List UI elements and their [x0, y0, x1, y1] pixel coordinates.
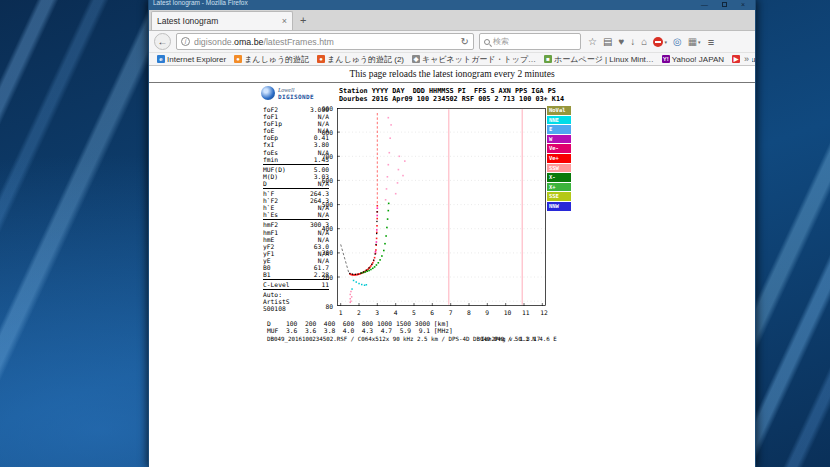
reload-icon[interactable]: ↻	[461, 36, 469, 47]
scaled-parameters-panel: foF23.000foF1N/AfoF1pN/AfoEN/AfoEp0.41fx…	[263, 106, 329, 315]
close-button[interactable]: ×	[741, 0, 745, 9]
sidebar-icon[interactable]: ▤	[603, 37, 612, 47]
bookmarks-bar: eInternet Explorer●まんしゅう的遊記●まんしゅう的遊記 (2)…	[149, 53, 755, 66]
search-icon	[484, 39, 490, 45]
x-tick-label: 2	[357, 309, 361, 316]
search-input[interactable]: 検索	[479, 33, 581, 50]
pocket-icon[interactable]: ♥	[618, 37, 624, 47]
parameter-label: fxI	[263, 141, 274, 148]
tab-latest-ionogram[interactable]: Latest Ionogram ×	[151, 11, 293, 30]
parameter-row: fxI3.80	[263, 141, 329, 148]
parameter-label: B0	[263, 264, 271, 271]
y-tick-label: 80	[311, 303, 333, 310]
toolbar-actions: ☆▤♥↓⌂▾◎▦▾	[588, 37, 701, 47]
parameter-value: N/A	[318, 113, 329, 120]
parameter-section: C-Level11	[263, 281, 329, 290]
minimize-button[interactable]: —	[701, 0, 708, 9]
parameter-label: h`Es	[263, 211, 278, 218]
bookmark-favicon: ◆	[412, 55, 420, 63]
bookmark-item[interactable]: ●まんしゅう的遊記	[230, 54, 313, 65]
y-tick-label: 900	[311, 105, 333, 112]
bookmark-item[interactable]: ●まんしゅう的遊記 (2)	[313, 54, 408, 65]
bookmark-label: Internet Explorer	[167, 55, 226, 64]
screen: Latest Ionogram - Mozilla Firefox — × La…	[0, 0, 830, 467]
navigation-toolbar: ← i digisonde.oma.be/latestFrames.htm ↻ …	[149, 31, 755, 53]
grid-addon-icon[interactable]: ▦▾	[688, 37, 701, 47]
search-placeholder: 検索	[493, 36, 509, 47]
x-tick-label: 8	[467, 309, 471, 316]
parameter-label: foF2	[263, 106, 278, 113]
addon-icon[interactable]: ◎	[673, 37, 682, 47]
parameter-label: B1	[263, 271, 271, 278]
parameter-label: hmF2	[263, 221, 278, 228]
parameter-row: foF1N/A	[263, 113, 329, 120]
x-tick-label: 5	[412, 309, 416, 316]
parameter-label: Auto:	[263, 291, 282, 298]
menu-icon[interactable]: ≡	[708, 36, 714, 48]
y-tick-label: 600	[311, 177, 333, 184]
plot-area	[337, 108, 546, 306]
legend-entry-e: E	[547, 125, 571, 134]
home-icon[interactable]: ⌂	[641, 37, 647, 47]
bookmark-favicon: e	[157, 55, 165, 63]
new-tab-button[interactable]: +	[293, 11, 313, 30]
parameter-value: N/A	[318, 236, 329, 243]
bookmarks-overflow-chevron[interactable]: »	[741, 53, 752, 66]
page-content: This page reloads the latest ionogram ev…	[149, 66, 755, 467]
x-tick-label: 1	[339, 309, 343, 316]
bookmark-favicon: ●	[317, 55, 325, 63]
parameter-label: MUF(D)	[263, 166, 286, 173]
download-icon[interactable]: ↓	[630, 37, 635, 47]
back-button[interactable]: ←	[154, 33, 171, 50]
x-tick-label: 11	[522, 309, 530, 316]
parameter-label: M(D)	[263, 173, 278, 180]
y-tick-label: 200	[311, 274, 333, 281]
lowell-swirl-icon	[261, 86, 275, 100]
parameter-value: 11	[321, 281, 329, 288]
ionogram-plot	[337, 108, 546, 306]
parameter-label: h`E	[263, 204, 274, 211]
title-bar[interactable]: Latest Ionogram - Mozilla Firefox — ×	[149, 0, 755, 10]
y-tick-label: 800	[311, 129, 333, 136]
download-icon-glyph: ↓	[630, 37, 635, 47]
url-bar[interactable]: i digisonde.oma.be/latestFrames.htm ↻	[176, 33, 474, 50]
adblock-icon[interactable]: ▾	[653, 37, 667, 47]
addon-icon-glyph: ◎	[673, 37, 682, 47]
bookmark-item[interactable]: ◆キャビネットガード・トップ…	[408, 54, 540, 65]
bookmark-item[interactable]: ■ホームページ | Linux Mint…	[540, 54, 658, 65]
legend-entry-x-: X-	[547, 173, 571, 182]
star-icon-glyph: ☆	[588, 37, 597, 47]
parameter-value: 61.7	[314, 264, 329, 271]
parameter-label: C-Level	[263, 281, 290, 288]
home-icon-glyph: ⌂	[641, 37, 647, 47]
legend-entry-x+: X+	[547, 183, 571, 192]
star-icon[interactable]: ☆	[588, 37, 597, 47]
url-text: digisonde.oma.be/latestFrames.htm	[194, 37, 334, 47]
tab-strip: Latest Ionogram × +	[149, 10, 755, 31]
parameter-value: N/A	[318, 257, 329, 264]
muf-values-row: MUF 3.6 3.6 3.8 4.0 4.3 4.7 5.9 9.1 [MHz…	[267, 327, 453, 334]
y-tick-label: 300	[311, 249, 333, 256]
parameter-label: hmE	[263, 236, 274, 243]
x-tick-label: 7	[449, 309, 453, 316]
legend-entry-sse: SSE	[547, 192, 571, 201]
parameter-value: 5.00	[314, 166, 329, 173]
site-info-icon[interactable]: i	[181, 37, 190, 46]
tab-close-icon[interactable]: ×	[282, 16, 287, 26]
parameter-row: h`EsN/A	[263, 211, 329, 218]
parameter-value: N/A	[318, 211, 329, 218]
maximize-button[interactable]	[722, 2, 727, 7]
legend-entry-ve-: Ve-	[547, 144, 571, 153]
x-tick-label: 6	[430, 309, 434, 316]
x-tick-label: 4	[394, 309, 398, 316]
legend-entry-w: W	[547, 135, 571, 144]
parameter-label: hmF1	[263, 229, 278, 236]
bookmark-label: Yahoo! JAPAN	[672, 55, 724, 64]
bookmark-item[interactable]: Y!Yahoo! JAPAN	[658, 55, 728, 64]
bookmark-item[interactable]: eInternet Explorer	[153, 55, 230, 64]
bookmark-label: まんしゅう的遊記 (2)	[327, 54, 404, 65]
parameter-label: yF1	[263, 250, 274, 257]
bookmark-favicon: ■	[544, 55, 552, 63]
parameter-label: h`F	[263, 190, 274, 197]
window-title: Latest Ionogram - Mozilla Firefox	[153, 0, 248, 6]
